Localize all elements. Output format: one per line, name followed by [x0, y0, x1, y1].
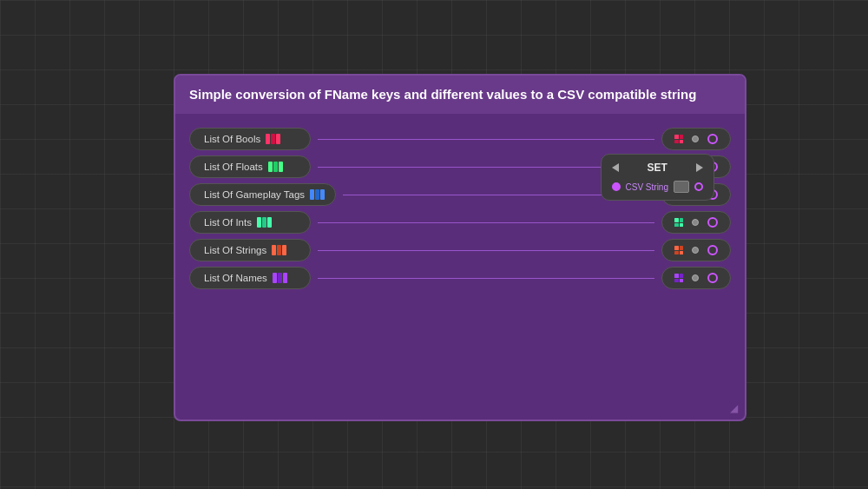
set-node[interactable]: SET CSV String — [601, 154, 714, 201]
dot-strings — [692, 247, 699, 254]
set-title: SET — [619, 162, 696, 174]
line-names — [318, 278, 654, 279]
dot-bools — [692, 135, 699, 142]
csv-row: CSV String — [612, 181, 703, 193]
strings-icon — [272, 245, 286, 255]
node-floats[interactable]: List Of Floats — [189, 155, 311, 178]
csv-value-box — [674, 181, 689, 193]
line-strings — [318, 250, 654, 251]
exec-pin-left-icon — [612, 163, 619, 172]
circle-bools — [707, 134, 718, 144]
line-ints — [318, 222, 654, 223]
node-strings-label: List Of Strings — [204, 245, 266, 255]
csv-pin-icon — [612, 182, 621, 191]
circle-ints — [707, 217, 718, 228]
node-floats-label: List Of Floats — [204, 162, 263, 172]
gameplay-tags-icon — [310, 189, 325, 200]
dot-names — [692, 274, 699, 281]
dot-ints — [692, 219, 699, 226]
row-strings: List Of Strings — [189, 239, 731, 261]
node-bools-label: List Of Bools — [204, 134, 260, 144]
node-gameplay-tags-label: List Of Gameplay Tags — [204, 189, 305, 200]
process-ints[interactable] — [661, 211, 731, 234]
title-text: Simple conversion of FName keys and diff… — [189, 86, 731, 103]
grid-icon-ints — [674, 218, 683, 227]
names-icon — [273, 273, 287, 283]
row-names: List Of Names — [189, 267, 731, 289]
line-bools — [318, 139, 654, 140]
circle-strings — [707, 245, 718, 255]
title-bar: Simple conversion of FName keys and diff… — [175, 76, 745, 114]
node-names-label: List Of Names — [204, 273, 267, 283]
row-bools: List Of Bools — [189, 128, 731, 150]
node-names[interactable]: List Of Names — [189, 267, 311, 289]
grid-icon-bools — [674, 135, 683, 143]
bools-icon — [266, 134, 280, 144]
node-ints-label: List Of Ints — [204, 217, 252, 228]
process-strings[interactable] — [661, 239, 731, 261]
set-header: SET — [612, 162, 703, 174]
blueprint-container: Simple conversion of FName keys and diff… — [174, 74, 746, 421]
floats-icon — [268, 162, 283, 172]
csv-label: CSV String — [626, 182, 668, 192]
corner-decoration: ◢ — [730, 402, 738, 414]
grid-icon-names — [674, 274, 683, 282]
csv-out-pin-icon — [694, 182, 703, 191]
node-ints[interactable]: List Of Ints — [189, 211, 311, 234]
ints-icon — [257, 217, 272, 228]
node-strings[interactable]: List Of Strings — [189, 239, 311, 261]
process-names[interactable] — [661, 267, 731, 289]
process-bools[interactable] — [661, 128, 731, 150]
row-ints: List Of Ints — [189, 211, 731, 234]
node-bools[interactable]: List Of Bools — [189, 128, 311, 150]
grid-icon-strings — [674, 246, 683, 254]
node-gameplay-tags[interactable]: List Of Gameplay Tags — [189, 183, 336, 206]
exec-pin-right-icon — [696, 163, 703, 172]
circle-names — [707, 273, 718, 283]
